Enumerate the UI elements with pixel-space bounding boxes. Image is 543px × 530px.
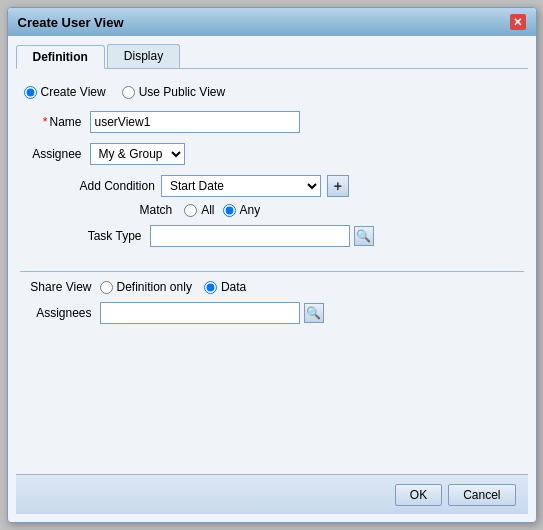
share-view-row: Share View Definition only Data: [20, 280, 524, 294]
match-any-option[interactable]: Any: [223, 203, 261, 217]
condition-select[interactable]: Start Date End Date Priority Status Task…: [161, 175, 321, 197]
dialog-title: Create User View: [18, 15, 124, 30]
assignees-search-icon[interactable]: 🔍: [304, 303, 324, 323]
dialog-footer: OK Cancel: [16, 474, 528, 514]
name-input[interactable]: [90, 111, 300, 133]
share-view-label: Share View: [20, 280, 100, 294]
ok-button[interactable]: OK: [395, 484, 442, 506]
task-type-search-icon[interactable]: 🔍: [354, 226, 374, 246]
match-all-radio[interactable]: [184, 204, 197, 217]
add-condition-label: Add Condition: [80, 179, 155, 193]
assignees-row: Assignees 🔍: [20, 302, 524, 324]
share-definition-radio[interactable]: [100, 281, 113, 294]
match-all-option[interactable]: All: [184, 203, 214, 217]
task-type-field-wrap: 🔍: [150, 225, 374, 247]
add-condition-row: Add Condition Start Date End Date Priori…: [80, 175, 524, 197]
divider: [20, 271, 524, 272]
create-view-label: Create View: [41, 85, 106, 99]
share-data-label: Data: [221, 280, 246, 294]
task-type-row: Task Type 🔍: [20, 225, 524, 247]
share-data-radio[interactable]: [204, 281, 217, 294]
use-public-view-radio[interactable]: [122, 86, 135, 99]
share-definition-option[interactable]: Definition only: [100, 280, 192, 294]
use-public-view-option[interactable]: Use Public View: [122, 85, 225, 99]
name-row: *Name: [20, 111, 524, 133]
task-type-input[interactable]: [150, 225, 350, 247]
assignee-select[interactable]: My & Group My Group All: [90, 143, 185, 165]
name-label: *Name: [20, 115, 90, 129]
dialog-title-bar: Create User View ✕: [8, 8, 536, 36]
assignees-field-wrap: 🔍: [100, 302, 324, 324]
share-data-option[interactable]: Data: [204, 280, 246, 294]
assignees-label: Assignees: [20, 306, 100, 320]
add-condition-button[interactable]: +: [327, 175, 349, 197]
task-type-label: Task Type: [20, 229, 150, 243]
assignee-label: Assignee: [20, 147, 90, 161]
share-section: Share View Definition only Data Assigne: [20, 255, 524, 324]
create-view-option[interactable]: Create View: [24, 85, 106, 99]
condition-area: Add Condition Start Date End Date Priori…: [80, 175, 524, 217]
share-options: Definition only Data: [100, 280, 247, 294]
close-button[interactable]: ✕: [510, 14, 526, 30]
definition-content: Create View Use Public View *Name Assign…: [16, 77, 528, 474]
assignee-row: Assignee My & Group My Group All: [20, 143, 524, 165]
cancel-button[interactable]: Cancel: [448, 484, 515, 506]
match-row: Match All Any: [140, 203, 524, 217]
create-user-view-dialog: Create User View ✕ Definition Display Cr…: [7, 7, 537, 523]
tab-definition[interactable]: Definition: [16, 45, 105, 69]
match-label: Match: [140, 203, 173, 217]
tab-bar: Definition Display: [16, 44, 528, 69]
dialog-body: Definition Display Create View Use Publi…: [8, 36, 536, 522]
match-any-radio[interactable]: [223, 204, 236, 217]
assignees-input[interactable]: [100, 302, 300, 324]
tab-display[interactable]: Display: [107, 44, 180, 68]
create-view-radio[interactable]: [24, 86, 37, 99]
share-definition-label: Definition only: [117, 280, 192, 294]
match-any-label: Any: [240, 203, 261, 217]
match-all-label: All: [201, 203, 214, 217]
view-type-row: Create View Use Public View: [24, 85, 524, 99]
use-public-view-label: Use Public View: [139, 85, 225, 99]
